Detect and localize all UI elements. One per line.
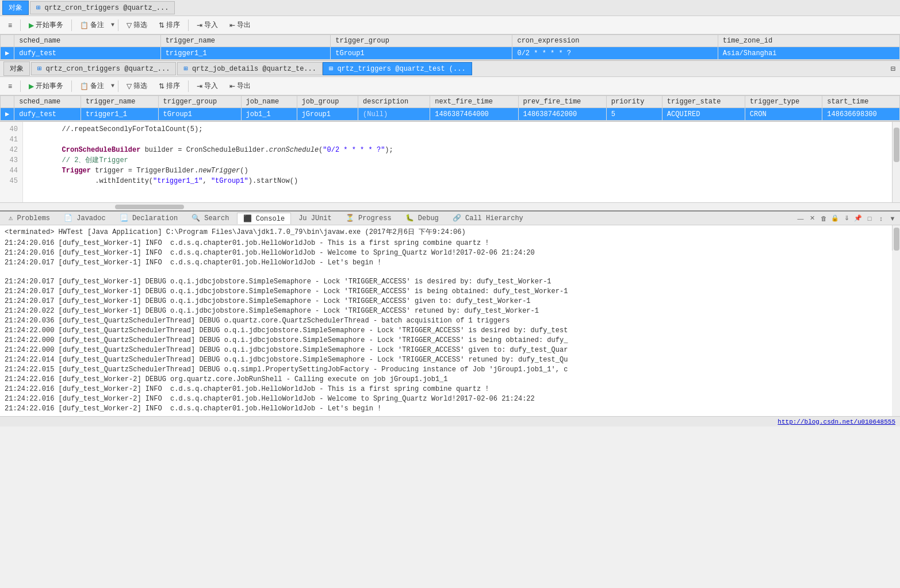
view-btn[interactable]: ▼ (887, 214, 898, 223)
start-transaction-btn-1[interactable]: ▶ 开始事务 (24, 19, 68, 31)
col-sched-name-2: sched_name (14, 96, 81, 108)
table-row[interactable]: ▶ dufy_test trigger1_1 tGroup1 0/2 * * *… (1, 47, 900, 60)
tab-junit-label: JUnit (311, 214, 332, 222)
col-trigger-name-2: trigger_name (81, 96, 159, 108)
line-num-45: 45 (5, 176, 18, 186)
vscroll-console[interactable] (892, 225, 900, 251)
javadoc-icon: 📄 (64, 214, 72, 222)
tab-cron-triggers-label-2: qrtz_cron_triggers @quartz_... (45, 65, 170, 73)
col-job-name: job_name (241, 96, 297, 108)
col-trigger-state: trigger_state (662, 96, 745, 108)
console-line: 21:24:20.017 [dufy_test_Worker-1] INFO c… (5, 258, 887, 268)
tab-object-2[interactable]: 对象 (3, 62, 30, 76)
col-prev-fire-time: prev_fire_time (518, 96, 606, 108)
note-icon-2: 📋 (80, 82, 89, 90)
tab-debug[interactable]: 🐛 Debug (399, 212, 445, 224)
line-num-41: 41 (5, 134, 18, 145)
start-transaction-btn-2[interactable]: ▶ 开始事务 (24, 80, 68, 92)
console-line: 21:24:22.014 [dufy_test_QuartzSchedulerT… (5, 355, 887, 365)
console-line: 21:24:20.017 [dufy_test_Worker-1] DEBUG … (5, 277, 887, 287)
import-icon-1: ⇥ (197, 21, 202, 29)
filter-icon-2: ▽ (127, 82, 132, 90)
problems-icon: ⚠ (9, 214, 13, 222)
console-line: 21:24:22.000 [dufy_test_QuartzSchedulerT… (5, 326, 887, 336)
minimize-btn[interactable]: — (795, 214, 806, 223)
console-section[interactable]: <terminated> HWTest [Java Application] C… (0, 225, 892, 416)
import-btn-2[interactable]: ⇥ 导入 (192, 80, 223, 92)
tab-progress[interactable]: ⏳ Progress (339, 212, 398, 224)
import-btn-1[interactable]: ⇥ 导入 (192, 19, 223, 31)
cell-description: (Null) (358, 108, 430, 121)
filter-btn-1[interactable]: ▽ 筛选 (122, 19, 152, 31)
cell-trigger-group-2: tGroup1 (158, 108, 241, 121)
filter-btn-2[interactable]: ▽ 筛选 (122, 80, 152, 92)
vscroll-code[interactable] (892, 122, 900, 202)
table-section-2: sched_name trigger_name trigger_group jo… (0, 95, 900, 121)
status-url[interactable]: http://blog.csdn.net/u010648555 (778, 418, 895, 425)
export-btn-2[interactable]: ⇤ 导出 (225, 80, 255, 92)
table-row[interactable]: ▶ dufy_test trigger1_1 tGroup1 job1_1 jG… (1, 108, 900, 121)
restore-btn[interactable]: ↕ (876, 214, 886, 223)
note-label-1: 备注 (90, 20, 104, 30)
cell-trigger-group-1: tGroup1 (331, 47, 512, 60)
table-section-1: sched_name trigger_name trigger_group cr… (0, 34, 900, 60)
menu-btn-2[interactable]: ≡ (3, 81, 17, 91)
note-btn-1[interactable]: 📋 备注 (75, 19, 109, 31)
tab-bar-1: 对象 ⊞ qrtz_cron_triggers @quartz_... (0, 0, 900, 16)
sort-btn-1[interactable]: ⇅ 排序 (154, 19, 185, 31)
col-trigger-type: trigger_type (745, 96, 822, 108)
code-line-40: //.repeatSecondlyForTotalCount(5); (29, 124, 886, 134)
tab-search[interactable]: 🔍 Search (185, 212, 235, 224)
clear-console-btn[interactable]: 🗑 (818, 214, 829, 223)
line-num-43: 43 (5, 155, 18, 166)
scroll-end-btn[interactable]: ⇓ (841, 214, 852, 223)
separator-7 (118, 80, 118, 92)
note-btn-2[interactable]: 📋 备注 (75, 80, 109, 92)
code-text[interactable]: //.repeatSecondlyForTotalCount(5); CronS… (23, 122, 892, 202)
export-label-2: 导出 (237, 81, 251, 91)
line-num-40: 40 (5, 124, 18, 134)
cell-cron-expression-1: 0/2 * * * * ? (512, 47, 718, 60)
tab-call-hierarchy[interactable]: 🔗 Call Hierarchy (446, 212, 530, 224)
close-btn[interactable]: ✕ (807, 214, 817, 223)
console-line: 21:24:20.017 [dufy_test_Worker-1] DEBUG … (5, 287, 887, 297)
tab-problems[interactable]: ⚠ Problems (2, 212, 56, 224)
menu-btn-1[interactable]: ≡ (3, 20, 17, 30)
tab-declaration[interactable]: 📃 Declaration (113, 212, 184, 224)
vscroll-thumb-console (894, 228, 899, 251)
pin-btn[interactable]: 📌 (853, 214, 863, 223)
tab-cron-triggers-2[interactable]: ⊞ qrtz_cron_triggers @quartz_... (31, 62, 176, 75)
tab-junit[interactable]: Ju JUnit (292, 213, 338, 224)
console-row: <terminated> HWTest [Java Application] C… (0, 225, 900, 416)
code-line-43: // 2、创建Trigger (29, 155, 886, 166)
tab-job-details[interactable]: ⊞ qrtz_job_details @quartz_te... (177, 62, 322, 75)
console-line: 21:24:20.022 [dufy_test_Worker-1] DEBUG … (5, 306, 887, 316)
import-icon-2: ⇥ (197, 82, 202, 90)
bottom-tab-bar: ⚠ Problems 📄 Javadoc 📃 Declaration 🔍 Sea… (0, 210, 900, 225)
console-line: 21:24:20.016 [dufy_test_Worker-1] INFO c… (5, 239, 887, 248)
tab-cron-triggers[interactable]: ⊞ qrtz_cron_triggers @quartz_... (30, 1, 175, 14)
sort-btn-2[interactable]: ⇅ 排序 (154, 80, 185, 92)
col-priority: priority (606, 96, 662, 108)
triggers-table: sched_name trigger_name trigger_group jo… (0, 95, 900, 121)
cron-triggers-table: sched_name trigger_name trigger_group cr… (0, 34, 900, 60)
code-line-44: Trigger trigger = TriggerBuilder.newTrig… (29, 166, 886, 176)
tab-javadoc[interactable]: 📄 Javadoc (58, 212, 112, 224)
tab-debug-label: Debug (418, 214, 439, 222)
hscroll-bar[interactable] (0, 202, 900, 210)
tab-triggers[interactable]: ⊞ qrtz_triggers @quartz_test (... (323, 62, 472, 75)
scroll-lock-btn[interactable]: 🔒 (830, 214, 840, 223)
tab-object-1[interactable]: 对象 (2, 1, 29, 15)
tab-progress-label: Progress (358, 214, 392, 222)
filter-label-1: 筛选 (133, 20, 147, 30)
filter-label-2: 筛选 (133, 81, 147, 91)
maximize-btn[interactable]: □ (864, 214, 875, 223)
export-btn-1[interactable]: ⇤ 导出 (225, 19, 255, 31)
line-num-44: 44 (5, 166, 18, 176)
table-icon-2: ⊞ (37, 65, 41, 73)
tab-console[interactable]: ⬛ Console (237, 213, 292, 224)
cell-trigger-name-2: trigger1_1 (81, 108, 159, 121)
toolbar-1: ≡ ▶ 开始事务 📋 备注 ▼ ▽ 筛选 ⇅ 排序 (0, 16, 900, 34)
console-header: <terminated> HWTest [Java Application] C… (5, 228, 887, 237)
top-panel-1: 对象 ⊞ qrtz_cron_triggers @quartz_... ≡ ▶ … (0, 0, 900, 60)
